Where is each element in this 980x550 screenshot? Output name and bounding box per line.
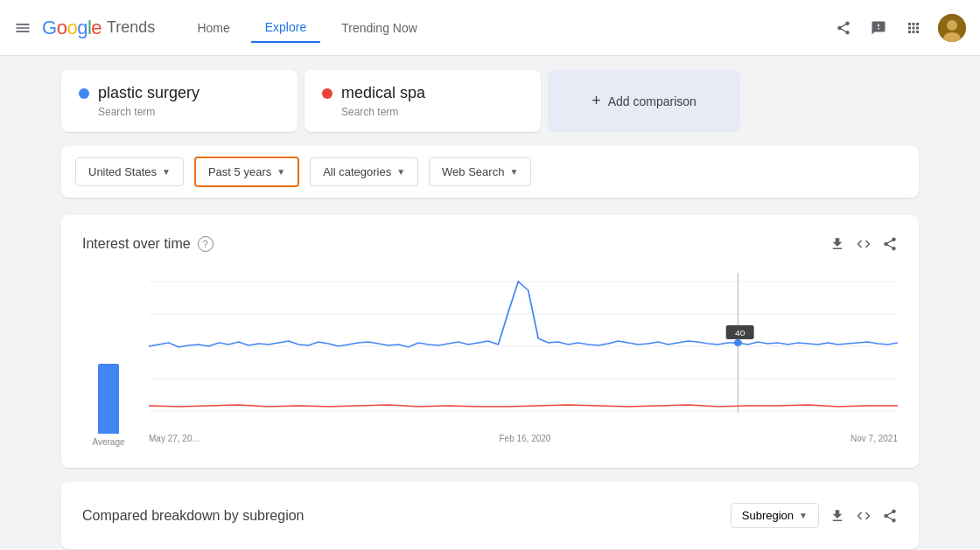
- interest-over-time-card: Interest over time ?: [61, 215, 919, 468]
- search-card-plastic-surgery[interactable]: plastic surgery Search term: [61, 70, 298, 132]
- interest-chart-title: Interest over time: [82, 236, 191, 252]
- x-label-2: Feb 16, 2020: [499, 434, 550, 443]
- search-card-type-1: Search term: [98, 106, 280, 118]
- share-chart-icon[interactable]: [882, 236, 898, 252]
- filter-search-type-chevron: ▼: [509, 167, 518, 177]
- x-label-3: Nov 7, 2021: [850, 434, 898, 443]
- search-term-2-label: medical spa: [341, 84, 425, 102]
- filter-search-type-label: Web Search: [442, 165, 504, 178]
- chart-svg: 100 75 50 25 40: [149, 273, 898, 430]
- avg-bar-container: [98, 329, 119, 434]
- filter-period[interactable]: Past 5 years ▼: [194, 157, 299, 187]
- share-icon[interactable]: [833, 17, 854, 38]
- avg-label: Average: [92, 437, 124, 447]
- filters-row: United States ▼ Past 5 years ▼ All categ…: [61, 146, 919, 198]
- card-actions: [830, 236, 898, 252]
- svg-point-13: [734, 339, 742, 346]
- filter-period-label: Past 5 years: [208, 165, 271, 178]
- chart-container: Average 100 75 50 25: [82, 273, 898, 447]
- search-term-1-label: plastic surgery: [98, 84, 200, 102]
- logo-trends-text: Trends: [107, 18, 155, 37]
- plus-icon: +: [592, 92, 601, 110]
- main-content: plastic surgery Search term medical spa …: [0, 56, 980, 550]
- filter-country[interactable]: United States ▼: [75, 157, 184, 186]
- breakdown-embed-icon[interactable]: [856, 508, 872, 524]
- breakdown-actions: Subregion ▼: [731, 503, 898, 528]
- svg-point-1: [947, 20, 957, 31]
- filter-category[interactable]: All categories ▼: [310, 157, 418, 186]
- breakdown-share-icon[interactable]: [882, 508, 898, 524]
- filter-country-chevron: ▼: [162, 167, 171, 177]
- chart-main: 100 75 50 25 40 May: [149, 273, 898, 447]
- nav-links: Home Explore Trending Now: [183, 13, 833, 43]
- filter-period-chevron: ▼: [276, 167, 285, 177]
- search-card-type-2: Search term: [341, 106, 523, 118]
- card-header: Interest over time ?: [82, 236, 898, 252]
- nav-home[interactable]: Home: [183, 14, 243, 42]
- search-card-term-1: plastic surgery: [79, 84, 280, 102]
- filter-category-chevron: ▼: [396, 167, 405, 177]
- dot-blue-icon: [79, 88, 89, 99]
- feedback-icon[interactable]: [868, 17, 889, 38]
- search-card-term-2: medical spa: [322, 84, 523, 102]
- add-comparison-button[interactable]: + Add comparison: [548, 70, 740, 132]
- breakdown-card-header: Compared breakdown by subregion Subregio…: [82, 503, 898, 528]
- nav-explore[interactable]: Explore: [251, 13, 320, 43]
- filter-category-label: All categories: [323, 165, 391, 178]
- nav-trending-now[interactable]: Trending Now: [327, 14, 431, 42]
- add-comparison-label: Add comparison: [608, 94, 696, 108]
- menu-icon[interactable]: [14, 19, 32, 37]
- search-cards-row: plastic surgery Search term medical spa …: [61, 70, 919, 132]
- subregion-label: Subregion: [742, 509, 794, 522]
- embed-icon[interactable]: [856, 236, 872, 252]
- chart-left: Average: [82, 329, 135, 447]
- download-icon[interactable]: [830, 236, 845, 252]
- avatar[interactable]: [938, 14, 966, 42]
- filter-search-type[interactable]: Web Search ▼: [429, 157, 531, 186]
- logo[interactable]: Google Trends: [42, 17, 155, 39]
- chart-x-labels: May 27, 20... Feb 16, 2020 Nov 7, 2021: [149, 430, 898, 447]
- avg-bar: [98, 364, 119, 434]
- header: Google Trends Home Explore Trending Now: [0, 0, 980, 56]
- card-title-row: Interest over time ?: [82, 236, 214, 252]
- search-card-medical-spa[interactable]: medical spa Search term: [304, 70, 541, 132]
- svg-text:40: 40: [735, 329, 745, 338]
- dot-red-icon: [322, 88, 332, 99]
- subregion-chevron: ▼: [799, 511, 808, 520]
- apps-icon[interactable]: [903, 17, 924, 38]
- breakdown-download-icon[interactable]: [830, 508, 845, 524]
- x-label-1: May 27, 20...: [149, 434, 200, 443]
- info-icon[interactable]: ?: [198, 236, 214, 252]
- subregion-dropdown[interactable]: Subregion ▼: [731, 503, 819, 528]
- breakdown-card: Compared breakdown by subregion Subregio…: [61, 482, 919, 549]
- breakdown-title: Compared breakdown by subregion: [82, 508, 304, 524]
- header-actions: [833, 14, 966, 42]
- filter-country-label: United States: [88, 165, 157, 178]
